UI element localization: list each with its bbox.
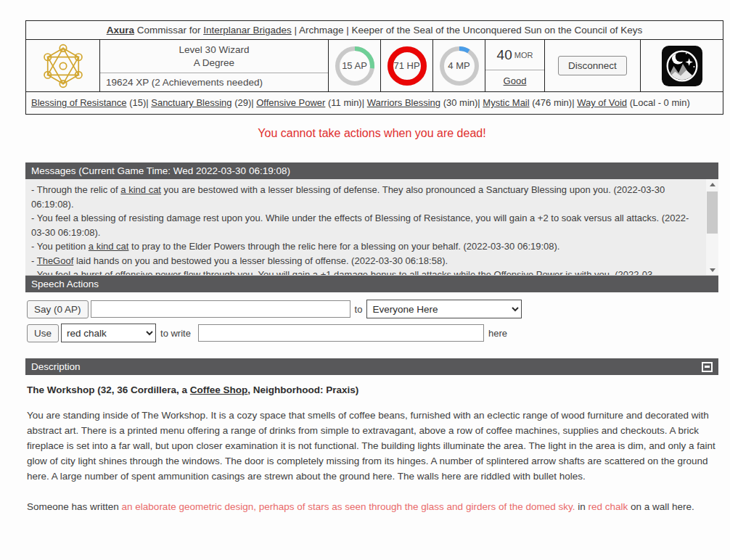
message-text: to pray to the Elder Powers through the … <box>128 241 559 252</box>
buff-link[interactable]: Mystic Mail <box>483 97 529 108</box>
buff-detail: (11 min)| <box>325 97 366 108</box>
player-link[interactable]: a kind cat <box>120 184 161 195</box>
degree-line: A Degree <box>194 57 234 70</box>
message-item: - You petition a kind cat to pray to the… <box>31 239 700 254</box>
messages-header-label: Messages (Current Game Time: Wed 2022-03… <box>31 165 290 176</box>
coffee-shop-link[interactable]: Coffee Shop <box>190 384 248 395</box>
buff-detail: (476 min)| <box>530 97 578 108</box>
morale-cell: 40 MOR Good <box>485 40 545 91</box>
message-item: - TheGoof laid hands on you and bestowed… <box>31 254 700 268</box>
ap-gauge: 15 AP <box>329 40 381 91</box>
buff-detail: (29)| <box>232 97 257 108</box>
player-link[interactable]: TheGoof <box>37 255 74 266</box>
morale-status-link[interactable]: Good <box>504 75 527 86</box>
title-text: | Archmage | Keeper of the Seal of the U… <box>292 25 643 36</box>
mp-gauge: 4 MP <box>433 40 485 91</box>
stats-row: Level 30 Wizard A Degree 19624 XP (2 Ach… <box>26 40 723 92</box>
description-panel: The Workshop (32, 36 Cordillera, a Coffe… <box>25 375 718 514</box>
morale-value: 40 <box>497 47 512 63</box>
buff-detail: (Local - 0 min) <box>627 97 690 108</box>
collapse-icon[interactable] <box>702 362 713 372</box>
description-header-label: Description <box>31 361 81 372</box>
graffiti-text: in <box>575 501 588 512</box>
message-text: - <box>31 255 37 266</box>
messages-panel: - Through the relic of a kind cat you ar… <box>25 179 718 276</box>
say-button[interactable]: Say (0 AP) <box>27 300 89 318</box>
to-write-label: to write <box>160 328 191 339</box>
item-select[interactable]: red chalk <box>61 324 156 342</box>
graffiti-text: Someone has written <box>27 501 122 512</box>
graffiti-line: Someone has written an elaborate geometr… <box>27 499 718 514</box>
speech-actions-header: Speech Actions <box>25 276 718 292</box>
hp-value: 71 HP <box>385 44 429 88</box>
morale-unit: MOR <box>514 51 533 59</box>
location-title: The Workshop (32, 36 Cordillera, a Coffe… <box>27 382 718 398</box>
message-item: - You feel a burst of offensive power fl… <box>31 268 700 276</box>
buff-link[interactable]: Way of Void <box>577 97 627 108</box>
message-text: laid hands on you and bestowed you a les… <box>73 255 448 266</box>
scroll-down-icon[interactable] <box>706 265 718 276</box>
buff-link[interactable]: Warriors Blessing <box>367 97 440 108</box>
ap-value: 15 AP <box>333 44 377 88</box>
location-title-text: The Workshop (32, 36 Cordillera, a <box>27 384 190 395</box>
disconnect-cell: Disconnect <box>545 40 641 91</box>
speech-actions-label: Speech Actions <box>31 279 99 289</box>
description-header: Description <box>25 358 718 375</box>
buff-detail: (30 min)| <box>440 97 483 108</box>
character-crest-icon <box>26 40 100 91</box>
buff-list: Blessing of Resistance (15)| Sanctuary B… <box>26 92 723 114</box>
here-label: here <box>488 328 507 339</box>
message-text: - You feel a blessing of resisting damag… <box>31 213 689 238</box>
buff-link[interactable]: Blessing of Resistance <box>31 97 127 108</box>
messages-list: - Through the relic of a kind cat you ar… <box>25 179 718 276</box>
use-button[interactable]: Use <box>27 324 59 342</box>
dead-warning-text: You cannot take actions when you are dea… <box>25 127 718 140</box>
level-block: Level 30 Wizard A Degree <box>100 40 328 73</box>
level-xp-cell: Level 30 Wizard A Degree 19624 XP (2 Ach… <box>100 40 329 91</box>
xp-line: 19624 XP (2 Achievements needed) <box>100 73 328 91</box>
character-name-link[interactable]: Axura <box>107 25 134 36</box>
mp-value: 4 MP <box>438 44 481 88</box>
morale-value-block: 40 MOR <box>485 40 544 70</box>
scrollbar-thumb[interactable] <box>707 192 718 234</box>
buff-link[interactable]: Sanctuary Blessing <box>151 97 231 108</box>
hp-gauge: 71 HP <box>381 40 433 91</box>
location-description: You are standing inside of The Workshop.… <box>27 408 718 484</box>
scroll-up-icon[interactable] <box>706 179 718 190</box>
level-line: Level 30 Wizard <box>179 44 250 57</box>
audience-select[interactable]: Everyone Here <box>366 300 522 318</box>
graffiti-design-text: an elaborate geometric design, perhaps o… <box>122 501 575 512</box>
disconnect-button[interactable]: Disconnect <box>558 56 627 75</box>
character-title-bar: Axura Commissar for Interplanar Brigades… <box>26 21 723 40</box>
messages-scrollbar[interactable] <box>706 179 718 276</box>
location-title-text: , Neighborhood: Praxis) <box>247 384 358 395</box>
to-label: to <box>355 304 363 315</box>
message-item: - Through the relic of a kind cat you ar… <box>31 183 700 211</box>
message-item: - You feel a blessing of resisting damag… <box>31 211 700 239</box>
game-page: Axura Commissar for Interplanar Brigades… <box>25 20 723 514</box>
message-text: - Through the relic of <box>31 184 120 195</box>
graffiti-text: on a wall here. <box>628 501 694 512</box>
buff-detail: (15)| <box>127 97 152 108</box>
message-text: - You feel a burst of offensive power fl… <box>31 269 652 276</box>
graffiti-item-text: red chalk <box>588 501 628 512</box>
title-text: Commissar for <box>134 25 203 36</box>
character-header-panel: Axura Commissar for Interplanar Brigades… <box>25 20 723 115</box>
player-link[interactable]: a kind cat <box>89 241 129 252</box>
buff-link[interactable]: Offensive Power <box>256 97 325 108</box>
message-text: - You petition <box>31 241 89 252</box>
say-input[interactable] <box>91 300 350 318</box>
messages-header: Messages (Current Game Time: Wed 2022-03… <box>25 162 718 179</box>
clan-link[interactable]: Interplanar Brigades <box>203 25 292 36</box>
night-badge-icon <box>641 40 723 91</box>
speech-actions-panel: Say (0 AP) to Everyone Here Use red chal… <box>25 292 718 349</box>
write-input[interactable] <box>198 324 484 342</box>
